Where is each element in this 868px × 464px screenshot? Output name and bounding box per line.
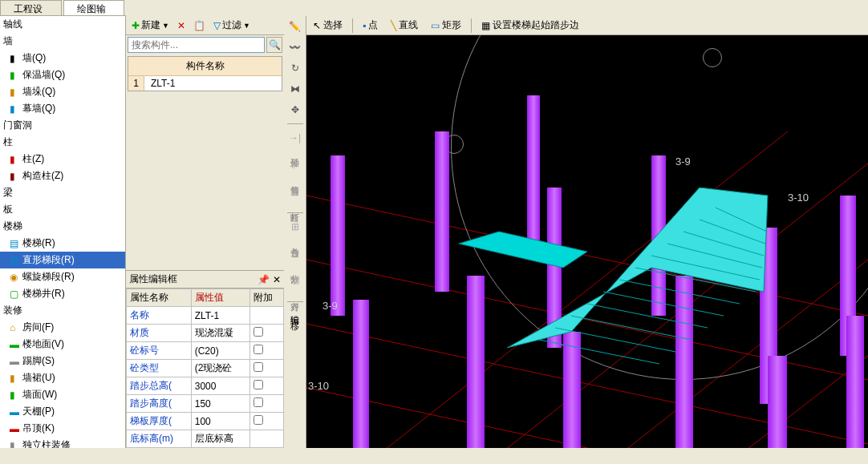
prop-panel: 属性编辑框 📌 ✕ 属性名称 属性值 附加 名称ZLT-1 材质现浇混凝 砼标号… [126, 270, 284, 448]
wall-icon: ▮ [10, 103, 21, 115]
tree-slab[interactable]: 板 [0, 201, 125, 218]
mirror-icon[interactable]: ⧓ [286, 80, 304, 98]
component-list: 构件名称 1 ZLT-1 [128, 56, 282, 91]
svg-line-12 [571, 316, 692, 340]
stair-3d [459, 188, 780, 372]
tree-ceiling[interactable]: ▬天棚(P) [0, 403, 125, 420]
wainscot-icon: ▮ [10, 373, 21, 384]
sep [287, 301, 303, 302]
rotate-icon[interactable]: ↻ [286, 59, 304, 77]
tree-wall-insul[interactable]: ▮保温墙(Q) [0, 67, 125, 83]
svg-line-13 [587, 304, 708, 328]
prop-row[interactable]: 材质现浇混凝 [127, 325, 284, 342]
prop-row[interactable]: 踏步总高(3000 [127, 377, 284, 395]
floor-icon: ▬ [10, 339, 21, 350]
tree-column-z[interactable]: ▮柱(Z) [0, 151, 125, 167]
tree-column[interactable]: 柱 [0, 134, 125, 151]
pin-icon[interactable]: 📌 [258, 274, 270, 285]
tree-stair[interactable]: 楼梯 [0, 218, 125, 235]
stair-icon: ▤ [10, 255, 21, 266]
viewport-3d[interactable]: 3-9 3-10 3-9 3-10 3-11 [306, 35, 868, 448]
point-button[interactable]: ▪点 [359, 18, 381, 33]
prop-checkbox[interactable] [254, 380, 263, 389]
list-idx: 1 [128, 76, 144, 91]
prop-row[interactable]: 砼标号(C20) [127, 342, 284, 360]
brush-icon[interactable]: ✏️ [286, 18, 304, 35]
prop-checkbox[interactable] [254, 397, 263, 407]
svg-marker-8 [459, 232, 587, 268]
prop-checkbox[interactable] [254, 327, 263, 337]
line-icon: ╲ [391, 20, 396, 31]
coldecor-icon: ▮ [10, 440, 21, 449]
top-tabs: 工程设置 绘图输入 [0, 0, 126, 16]
copy-button[interactable]: 📋 [191, 19, 208, 32]
prop-checkbox[interactable] [254, 362, 263, 372]
prop-row[interactable]: 梯板厚度(100 [127, 413, 284, 430]
move-tool-icon[interactable]: ✥ [286, 101, 304, 119]
merge-label: 合并 [289, 239, 301, 242]
tree-panel: 轴线 墙 ▮墙(Q) ▮保温墙(Q) ▮墙垛(Q) ▮幕墙(Q) 门窗洞 柱 ▮… [0, 16, 126, 448]
prop-row[interactable]: 踏步高度(150 [127, 395, 284, 413]
tree-decor[interactable]: 装修 [0, 302, 125, 319]
filter-button[interactable]: ▽ 过滤▼ [211, 18, 253, 33]
prop-row[interactable]: 砼类型(2现浇砼 [127, 360, 284, 377]
axis-label: 3-9 [322, 300, 338, 312]
split-label: 分割 [289, 266, 301, 269]
tab-draw-input[interactable]: 绘图输入 [63, 0, 125, 15]
orbit-node-top[interactable] [703, 48, 722, 67]
lasso-icon[interactable]: 〰️ [286, 38, 304, 56]
tree-wall-curtain[interactable]: ▮幕墙(Q) [0, 100, 125, 117]
rect-button[interactable]: ▭矩形 [428, 18, 464, 33]
svg-line-14 [603, 292, 724, 316]
tree-stair-straight[interactable]: ▤直形梯段(R) [0, 252, 125, 268]
tree-wall[interactable]: 墙 [0, 33, 125, 50]
column-3d [353, 300, 369, 448]
stair-icon: ▤ [10, 238, 21, 249]
tree-axis[interactable]: 轴线 [0, 16, 125, 33]
tree-beam[interactable]: 梁 [0, 184, 125, 201]
set-stair-button[interactable]: ▦设置楼梯起始踏步边 [478, 18, 582, 33]
tree-room[interactable]: ⌂房间(F) [0, 319, 125, 336]
column-icon: ▮ [10, 171, 21, 182]
align-label: 对齐 [289, 293, 301, 297]
prop-title: 属性编辑框 [129, 272, 258, 286]
tree-wall-finish[interactable]: ▮墙面(W) [0, 386, 125, 403]
delete-button[interactable]: ✕ [175, 19, 188, 32]
tree-kick[interactable]: ▬踢脚(S) [0, 353, 125, 369]
tree-col-decor[interactable]: ▮独立柱装修 [0, 437, 125, 448]
new-button[interactable]: ✚ 新建▼ [129, 18, 172, 33]
tab-project-settings[interactable]: 工程设置 [0, 0, 62, 15]
prop-row[interactable]: 名称ZLT-1 [127, 307, 284, 325]
prop-checkbox[interactable] [254, 415, 263, 425]
tree-stair-r[interactable]: ▤楼梯(R) [0, 235, 125, 252]
tree-opening[interactable]: 门窗洞 [0, 117, 125, 134]
column-3d [331, 155, 345, 316]
tree-stair-spiral[interactable]: ◉螺旋梯段(R) [0, 268, 125, 285]
axis-label: 3-9 [675, 155, 691, 167]
grid-icon: ▦ [481, 20, 490, 31]
close-icon[interactable]: ✕ [273, 274, 281, 285]
axis-label: 3-10 [788, 192, 809, 204]
prop-col-value: 属性值 [191, 289, 249, 307]
tree-suspend[interactable]: ▬吊顶(K) [0, 420, 125, 437]
prop-row[interactable]: 底标高(m)层底标高 [127, 430, 284, 448]
list-row[interactable]: 1 ZLT-1 [128, 76, 282, 91]
search-input[interactable] [128, 37, 265, 53]
tree-column-struct[interactable]: ▮构造柱(Z) [0, 167, 125, 184]
prop-checkbox[interactable] [254, 345, 263, 354]
tree-wall-lintel[interactable]: ▮墙垛(Q) [0, 83, 125, 100]
tree-wainscot[interactable]: ▮墙裙(U) [0, 369, 125, 386]
search-icon: 🔍 [269, 39, 281, 50]
icon-toolbar: ✏️ 〰️ ↻ ⧓ ✥ →| 延伸 ⊬ 修剪 ⊟ 打断 ⊞ 合并 ⊡ 分割 ⫴ … [284, 16, 306, 448]
merge-button: ⊞ [286, 218, 304, 236]
prop-col-name: 属性名称 [127, 289, 192, 307]
tree-stair-well[interactable]: ▢楼梯井(R) [0, 285, 125, 302]
kick-icon: ▬ [10, 356, 21, 367]
break-button: ⊟ [286, 184, 304, 201]
column-3d [846, 316, 864, 448]
select-button[interactable]: ↖选择 [310, 18, 346, 33]
tree-wall-q[interactable]: ▮墙(Q) [0, 50, 125, 67]
tree-floor-finish[interactable]: ▬楼地面(V) [0, 336, 125, 353]
line-button[interactable]: ╲直线 [387, 18, 421, 33]
search-button[interactable]: 🔍 [266, 37, 282, 53]
